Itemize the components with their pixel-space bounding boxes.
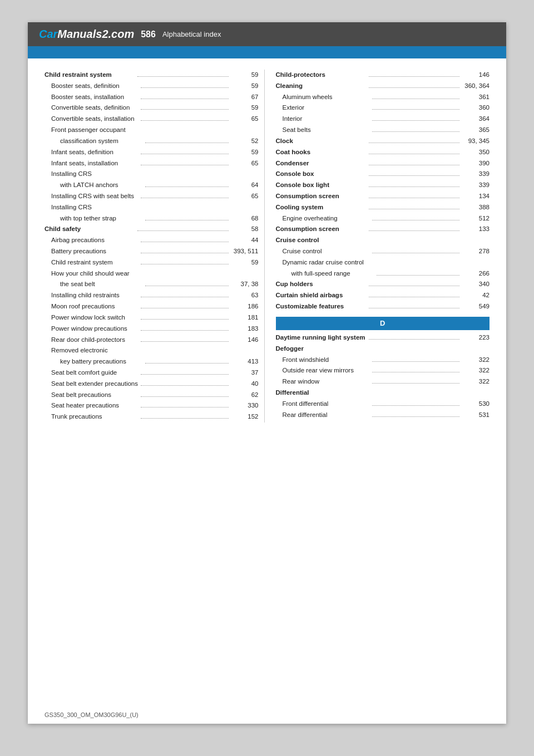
index-row: key battery precautions413	[44, 356, 259, 367]
entry-dots	[141, 99, 228, 99]
content-area: Child restraint system59Booster seats, d…	[28, 58, 506, 434]
entry-dots	[369, 209, 459, 209]
entry-label: Rear window	[276, 377, 370, 387]
index-row: Cleaning360, 364	[276, 81, 490, 92]
entry-label: Rear door child-protectors	[44, 335, 139, 345]
entry-label: Child safety	[44, 224, 135, 234]
index-row: Consumption screen134	[276, 191, 490, 202]
entry-dots	[369, 230, 459, 231]
entry-page: 37, 38	[231, 279, 259, 289]
index-row: Consumption screen133	[276, 224, 490, 235]
footer-text: GS350_300_OM_OM30G96U_(U)	[44, 711, 139, 718]
index-row: Cruise control278	[276, 246, 490, 257]
index-row: Trunk precautions152	[44, 411, 259, 423]
left-column: Child restraint system59Booster seats, d…	[44, 70, 264, 423]
entry-dots	[372, 120, 459, 121]
entry-page: 40	[231, 379, 259, 389]
entry-page: 361	[462, 92, 490, 102]
entry-dots	[372, 99, 459, 99]
entry-label: Infant seats, installation	[44, 159, 139, 169]
entry-label: Child-protectors	[276, 70, 367, 80]
entry-label: Customizable features	[276, 302, 367, 312]
entry-label: How your child should wear	[44, 269, 231, 279]
entry-label: Infant seats, definition	[44, 148, 139, 158]
entry-dots	[141, 154, 228, 154]
index-row: Battery precautions393, 511	[44, 246, 259, 257]
index-row: Convertible seats, installation65	[44, 114, 259, 125]
index-row: Moon roof precautions186	[44, 301, 259, 312]
entry-label: Condenser	[276, 159, 367, 169]
entry-dots	[369, 87, 459, 88]
index-row: Differential	[276, 387, 490, 399]
entry-dots	[141, 418, 228, 419]
entry-dots	[372, 372, 459, 372]
entry-page: 365	[462, 125, 490, 135]
entry-dots	[141, 330, 228, 331]
index-row: Engine overheating512	[276, 213, 490, 224]
entry-dots	[369, 186, 459, 187]
entry-label: Cleaning	[276, 81, 367, 91]
entry-label: Child restraint system	[44, 70, 135, 80]
entry-label: Consumption screen	[276, 192, 367, 202]
entry-label: Front passenger occupant	[44, 125, 231, 135]
entry-label: Defogger	[276, 344, 462, 354]
entry-page: 388	[462, 203, 490, 213]
entry-label: Cruise control	[276, 247, 370, 257]
entry-label: with LATCH anchors	[44, 180, 143, 190]
index-row: with full-speed range266	[276, 268, 490, 279]
entry-dots	[369, 286, 459, 286]
index-row: Console box339	[276, 169, 490, 180]
entry-label: Outside rear view mirrors	[276, 366, 370, 376]
entry-label: Front windshield	[276, 355, 370, 365]
entry-page: 339	[462, 169, 490, 179]
entry-label: Seat belt comfort guide	[44, 368, 139, 378]
entry-page: 340	[462, 279, 490, 289]
entry-page: 59	[231, 258, 259, 268]
entry-dots	[372, 405, 459, 406]
entry-dots	[137, 76, 228, 77]
entry-page: 364	[462, 114, 490, 124]
entry-label: Convertible seats, definition	[44, 103, 139, 113]
entry-dots	[145, 286, 228, 286]
entry-page: 44	[231, 235, 259, 246]
index-row: Child safety58	[44, 224, 259, 235]
entry-label: Cup holders	[276, 279, 367, 289]
entry-label: Convertible seats, installation	[44, 114, 139, 124]
index-row: Seat belt precautions62	[44, 390, 259, 401]
entry-page: 52	[231, 136, 259, 146]
index-row: Defogger	[276, 343, 490, 355]
entry-dots	[377, 275, 459, 276]
index-row: Interior364	[276, 114, 490, 125]
index-row: Condenser390	[276, 158, 490, 169]
entry-dots	[141, 341, 228, 342]
index-row: Cup holders340	[276, 279, 490, 290]
entry-label: Battery precautions	[44, 247, 139, 257]
entry-label: Exterior	[276, 103, 370, 113]
entry-page: 278	[462, 247, 490, 257]
index-row: Seat heater precautions330	[44, 400, 259, 411]
entry-dots	[145, 363, 228, 364]
entry-label: Installing CRS with seat belts	[44, 192, 139, 202]
entry-page: 68	[231, 214, 259, 224]
entry-label: Seat heater precautions	[44, 401, 139, 411]
entry-dots	[372, 383, 459, 384]
index-row: Convertible seats, definition59	[44, 102, 259, 114]
entry-page: 322	[462, 377, 490, 387]
entry-label: Curtain shield airbags	[276, 291, 367, 301]
entry-dots	[141, 374, 228, 375]
entry-dots	[141, 198, 228, 198]
entry-dots	[372, 416, 459, 417]
entry-dots	[372, 220, 459, 220]
index-row: Rear window322	[276, 376, 490, 387]
entry-page: 390	[462, 159, 490, 169]
entry-page: 58	[231, 224, 259, 234]
index-row: Clock93, 345	[276, 136, 490, 147]
entry-label: Front differential	[276, 399, 370, 409]
index-row: Booster seats, definition59	[44, 81, 259, 92]
entry-dots	[369, 339, 459, 340]
entry-dots	[369, 76, 459, 77]
index-row: Rear differential531	[276, 410, 490, 421]
entry-page: 393, 511	[231, 247, 259, 257]
entry-label: Booster seats, installation	[44, 92, 139, 102]
index-row: Child-protectors146	[276, 70, 490, 81]
